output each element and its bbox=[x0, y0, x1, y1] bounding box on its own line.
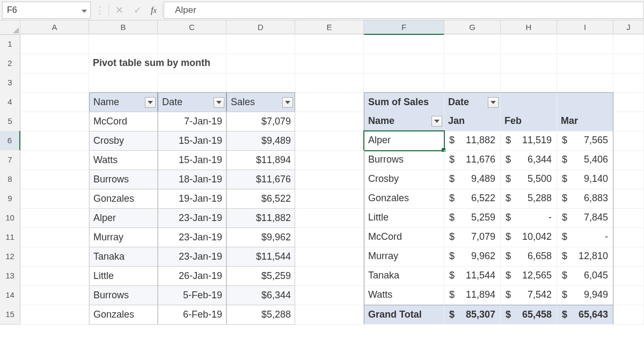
cell[interactable] bbox=[20, 92, 89, 112]
select-all-corner[interactable] bbox=[0, 20, 20, 35]
table-cell-name[interactable]: Crosby bbox=[89, 131, 158, 151]
pivot-cell[interactable]: $5,500 bbox=[501, 170, 557, 189]
pivot-cell[interactable]: $11,544 bbox=[444, 266, 501, 286]
col-header-I[interactable]: I bbox=[557, 20, 613, 35]
fx-icon[interactable]: fx bbox=[147, 5, 161, 16]
cell[interactable] bbox=[20, 305, 89, 325]
table-header-name[interactable]: Name bbox=[89, 92, 158, 112]
pivot-cell[interactable]: $5,288 bbox=[501, 189, 557, 209]
col-header-G[interactable]: G bbox=[444, 20, 501, 35]
col-header-E[interactable]: E bbox=[295, 20, 364, 35]
pivot-row-name[interactable]: Murray bbox=[364, 247, 444, 267]
cell[interactable] bbox=[444, 73, 501, 93]
table-cell-date[interactable]: 15-Jan-19 bbox=[158, 131, 226, 151]
cell[interactable] bbox=[295, 34, 364, 54]
table-cell-sales[interactable]: $11,676 bbox=[226, 170, 295, 189]
table-header-sales[interactable]: Sales bbox=[226, 92, 295, 112]
cell[interactable] bbox=[613, 247, 644, 267]
pivot-cell[interactable]: $6,344 bbox=[501, 150, 557, 170]
table-cell-date[interactable]: 7-Jan-19 bbox=[158, 112, 226, 131]
cell[interactable] bbox=[295, 54, 364, 74]
pivot-cell[interactable]: $6,658 bbox=[501, 247, 557, 267]
pivot-grand-total-label[interactable]: Grand Total bbox=[364, 305, 444, 325]
cell[interactable] bbox=[20, 34, 89, 54]
pivot-cell[interactable]: $65,458 bbox=[501, 305, 557, 325]
pivot-row-name[interactable]: Burrows bbox=[364, 150, 444, 170]
formula-input[interactable]: Alper bbox=[164, 2, 644, 19]
pivot-cell[interactable]: $7,542 bbox=[501, 285, 557, 305]
cell[interactable] bbox=[557, 54, 613, 74]
cell[interactable] bbox=[295, 112, 364, 131]
row-header[interactable]: 12 bbox=[0, 247, 20, 267]
cell[interactable] bbox=[20, 189, 89, 209]
cell[interactable] bbox=[501, 34, 557, 54]
cell[interactable] bbox=[20, 285, 89, 305]
cell[interactable] bbox=[364, 73, 444, 93]
pivot-month-jan[interactable]: Jan bbox=[444, 112, 501, 131]
filter-dropdown-icon[interactable] bbox=[488, 97, 499, 108]
pivot-cell[interactable]: $9,489 bbox=[444, 170, 501, 189]
pivot-cell[interactable]: $9,962 bbox=[444, 247, 501, 267]
cell[interactable] bbox=[20, 112, 89, 131]
pivot-row-name[interactable]: Crosby bbox=[364, 170, 444, 189]
row-header[interactable]: 7 bbox=[0, 150, 20, 170]
cell[interactable] bbox=[501, 73, 557, 93]
table-cell-date[interactable]: 18-Jan-19 bbox=[158, 170, 226, 189]
cell[interactable] bbox=[295, 189, 364, 209]
row-header[interactable]: 3 bbox=[0, 73, 20, 93]
pivot-cell[interactable]: $12,810 bbox=[557, 247, 613, 267]
cell[interactable] bbox=[226, 34, 295, 54]
cell[interactable] bbox=[295, 150, 364, 170]
filter-dropdown-icon[interactable] bbox=[282, 97, 293, 108]
table-cell-name[interactable]: Burrows bbox=[89, 170, 158, 189]
table-cell-date[interactable]: 5-Feb-19 bbox=[158, 285, 226, 305]
pivot-month-feb[interactable]: Feb bbox=[501, 112, 557, 131]
cell[interactable] bbox=[20, 266, 89, 286]
cell[interactable] bbox=[295, 285, 364, 305]
table-cell-name[interactable]: Little bbox=[89, 266, 158, 286]
table-cell-name[interactable]: Watts bbox=[89, 150, 158, 170]
cell[interactable] bbox=[295, 227, 364, 247]
pivot-cell[interactable]: $6,883 bbox=[557, 189, 613, 209]
row-header[interactable]: 11 bbox=[0, 227, 20, 247]
cell[interactable] bbox=[89, 34, 158, 54]
cell[interactable] bbox=[613, 170, 644, 189]
pivot-row-name[interactable]: Gonzales bbox=[364, 189, 444, 209]
table-cell-name[interactable]: Gonzales bbox=[89, 305, 158, 325]
table-cell-date[interactable]: 15-Jan-19 bbox=[158, 150, 226, 170]
pivot-cell[interactable]: $6,045 bbox=[557, 266, 613, 286]
pivot-col-field[interactable]: Date bbox=[444, 92, 501, 112]
cell[interactable] bbox=[226, 54, 295, 74]
cell[interactable] bbox=[20, 227, 89, 247]
pivot-cell[interactable]: $7,565 bbox=[557, 131, 613, 151]
cell[interactable] bbox=[613, 189, 644, 209]
table-cell-sales[interactable]: $9,962 bbox=[226, 227, 295, 247]
cell[interactable] bbox=[613, 266, 644, 286]
pivot-cell[interactable]: $7,079 bbox=[444, 227, 501, 247]
cell[interactable] bbox=[226, 73, 295, 93]
cell[interactable] bbox=[444, 34, 501, 54]
name-box-dropdown-icon[interactable] bbox=[82, 5, 87, 16]
pivot-month-mar[interactable]: Mar bbox=[557, 112, 613, 131]
pivot-row-name[interactable]: Alper bbox=[364, 131, 444, 151]
table-cell-date[interactable]: 19-Jan-19 bbox=[158, 189, 226, 209]
table-cell-name[interactable]: Gonzales bbox=[89, 189, 158, 209]
pivot-row-field[interactable]: Name bbox=[364, 112, 444, 131]
row-header[interactable]: 10 bbox=[0, 208, 20, 228]
pivot-cell[interactable]: $5,406 bbox=[557, 150, 613, 170]
table-cell-sales[interactable]: $5,288 bbox=[226, 305, 295, 325]
cell[interactable] bbox=[613, 305, 644, 325]
col-header-J[interactable]: J bbox=[613, 20, 644, 35]
pivot-row-name[interactable]: Little bbox=[364, 208, 444, 228]
pivot-cell[interactable]: $12,565 bbox=[501, 266, 557, 286]
col-header-D[interactable]: D bbox=[226, 20, 295, 35]
table-cell-name[interactable]: McCord bbox=[89, 112, 158, 131]
cell[interactable] bbox=[613, 150, 644, 170]
cell[interactable] bbox=[613, 227, 644, 247]
table-cell-sales[interactable]: $11,882 bbox=[226, 208, 295, 228]
row-header[interactable]: 1 bbox=[0, 34, 20, 54]
pivot-cell[interactable]: $7,845 bbox=[557, 208, 613, 228]
row-header[interactable]: 13 bbox=[0, 266, 20, 286]
cell[interactable] bbox=[295, 247, 364, 267]
table-cell-name[interactable]: Alper bbox=[89, 208, 158, 228]
